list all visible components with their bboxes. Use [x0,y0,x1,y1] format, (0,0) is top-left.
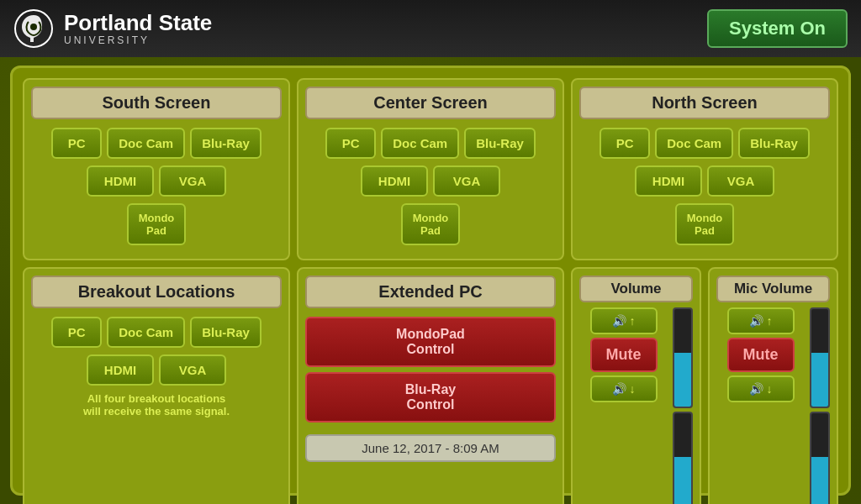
volume-section: Volume 🔊 ↑ Mute 🔊 ↓ [571,267,701,504]
extended-pc-section: Extended PC MondoPad Control Blu-Ray Con… [297,267,564,504]
logo-university: UNIVERSITY [64,35,212,46]
volume-controls-row: 🔊 ↑ Mute 🔊 ↓ [579,307,693,504]
mic-bar-area [810,307,830,504]
north-pc-button[interactable]: PC [600,128,650,159]
south-pc-button[interactable]: PC [51,128,102,159]
breakout-blu-ray-button[interactable]: Blu-Ray [190,317,261,348]
breakout-source-row2: HDMI VGA [31,354,282,386]
volume-bar [673,307,693,408]
mic-bar-fill2 [811,457,828,504]
breakout-pc-button[interactable]: PC [51,317,102,348]
mic-bar [810,307,830,408]
north-screen-source-row3: Mondo Pad [579,203,830,245]
mic-volume-up-button[interactable]: 🔊 ↑ [727,307,795,334]
logo-area: Portland State UNIVERSITY [13,8,212,49]
volume-mute-button[interactable]: Mute [590,338,658,372]
breakout-vga-button[interactable]: VGA [159,354,226,386]
logo-main-name: Portland State [64,11,212,35]
south-screen-source-row1: PC Doc Cam Blu-Ray [31,128,282,159]
south-screen-source-row3: Mondo Pad [31,203,282,245]
volume-up-button[interactable]: 🔊 ↑ [590,307,658,334]
north-screen-section: North Screen PC Doc Cam Blu-Ray HDMI VGA… [571,78,838,260]
north-blu-ray-button[interactable]: Blu-Ray [738,128,810,159]
bluray-control-button[interactable]: Blu-Ray Control [305,372,556,423]
mic-volume-section: Mic Volume 🔊 ↑ Mute 🔊 ↓ [708,267,838,504]
center-screen-source-row2: HDMI VGA [305,165,556,197]
center-blu-ray-button[interactable]: Blu-Ray [464,128,536,159]
center-vga-button[interactable]: VGA [433,165,500,197]
logo-text: Portland State UNIVERSITY [64,11,212,46]
north-mondo-pad-button[interactable]: Mondo Pad [675,203,735,245]
breakout-section: Breakout Locations PC Doc Cam Blu-Ray HD… [23,267,290,504]
system-on-button[interactable]: System On [707,9,848,48]
north-vga-button[interactable]: VGA [707,165,774,197]
breakout-source-row1: PC Doc Cam Blu-Ray [31,317,282,348]
volume-bar-fill [674,353,691,407]
south-hdmi-button[interactable]: HDMI [87,165,154,197]
extended-pc-title: Extended PC [305,276,556,308]
date-display: June 12, 2017 - 8:09 AM [305,434,556,462]
volume-down-button[interactable]: 🔊 ↓ [590,375,658,402]
south-screen-title: South Screen [31,87,282,119]
center-screen-source-row1: PC Doc Cam Blu-Ray [305,128,556,159]
center-hdmi-button[interactable]: HDMI [361,165,428,197]
north-doc-cam-button[interactable]: Doc Cam [655,128,733,159]
center-mondo-pad-button[interactable]: Mondo Pad [401,203,461,245]
breakout-note: All four breakout locations will receive… [31,392,282,417]
center-screen-source-row3: Mondo Pad [305,203,556,245]
volume-bar2 [673,412,693,504]
breakout-hdmi-button[interactable]: HDMI [87,354,154,386]
mondopad-control-button[interactable]: MondoPad Control [305,317,556,367]
center-screen-section: Center Screen PC Doc Cam Blu-Ray HDMI VG… [297,78,564,260]
mic-controls-row: 🔊 ↑ Mute 🔊 ↓ [716,307,830,504]
volume-bar-fill2 [674,457,691,504]
mic-volume-down-button[interactable]: 🔊 ↓ [727,375,795,402]
south-screen-source-row2: HDMI VGA [31,165,282,197]
south-blu-ray-button[interactable]: Blu-Ray [190,128,261,159]
volume-buttons: 🔊 ↑ Mute 🔊 ↓ [579,307,668,402]
mic-mute-button[interactable]: Mute [727,338,795,372]
south-screen-section: South Screen PC Doc Cam Blu-Ray HDMI VGA… [23,78,290,260]
mic-bar2 [810,412,830,504]
mic-volume-title: Mic Volume [716,276,830,302]
south-mondo-pad-button[interactable]: Mondo Pad [127,203,187,245]
main-panel: South Screen PC Doc Cam Blu-Ray HDMI VGA… [10,66,851,496]
breakout-doc-cam-button[interactable]: Doc Cam [107,317,185,348]
volume-mic-area: Volume 🔊 ↑ Mute 🔊 ↓ Mic Vo [571,267,838,504]
north-screen-title: North Screen [579,87,830,119]
north-screen-source-row1: PC Doc Cam Blu-Ray [579,128,830,159]
psu-logo-icon [13,8,54,49]
header: Portland State UNIVERSITY System On [0,0,861,57]
svg-point-1 [30,24,37,30]
mic-bar-fill [811,353,828,407]
volume-title: Volume [579,276,693,302]
center-pc-button[interactable]: PC [325,128,376,159]
center-screen-title: Center Screen [305,87,556,119]
breakout-title: Breakout Locations [31,276,282,308]
south-vga-button[interactable]: VGA [159,165,226,197]
center-doc-cam-button[interactable]: Doc Cam [381,128,459,159]
south-doc-cam-button[interactable]: Doc Cam [107,128,185,159]
mic-volume-buttons: 🔊 ↑ Mute 🔊 ↓ [716,307,805,402]
north-hdmi-button[interactable]: HDMI [635,165,702,197]
north-screen-source-row2: HDMI VGA [579,165,830,197]
volume-bar-area [673,307,693,504]
